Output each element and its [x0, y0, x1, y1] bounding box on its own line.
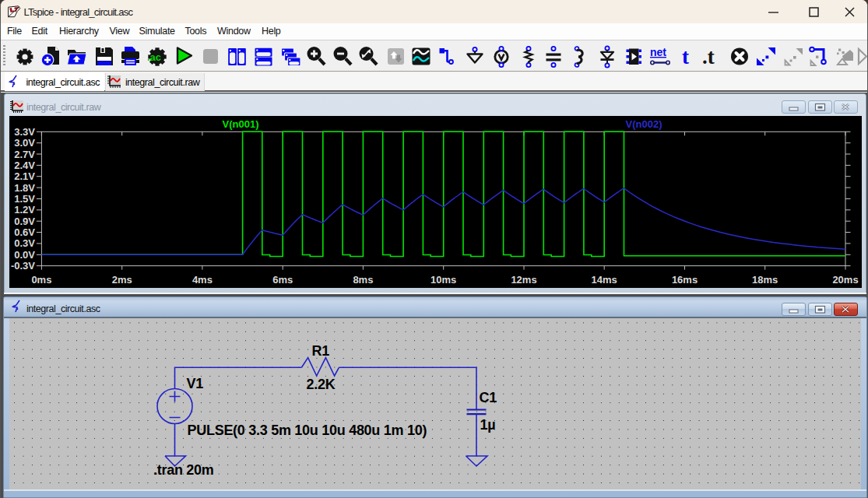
svg-text:net: net [650, 46, 666, 58]
svg-text:.t: .t [702, 45, 715, 68]
svg-text:.ac: .ac [147, 51, 161, 63]
svg-text:t: t [682, 45, 689, 68]
